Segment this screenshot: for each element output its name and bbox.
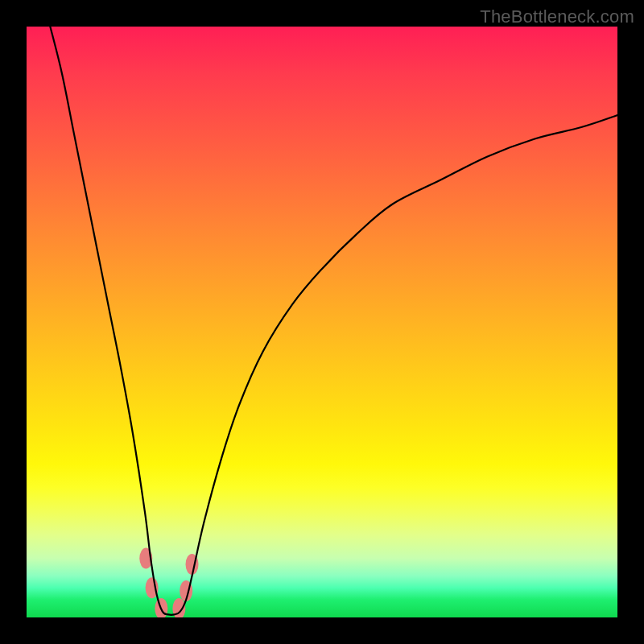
plot-area — [27, 27, 617, 617]
bottleneck-curve — [50, 27, 617, 615]
chart-frame: TheBottleneck.com — [0, 0, 644, 644]
watermark-text: TheBottleneck.com — [480, 6, 634, 27]
curve-layer — [27, 27, 617, 617]
